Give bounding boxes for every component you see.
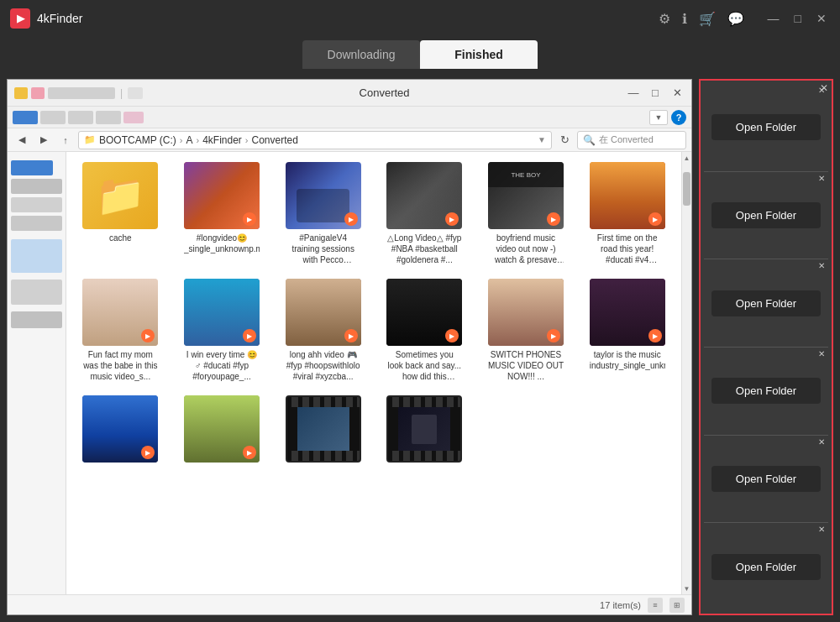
explorer-titlebar-left: | [14,87,143,99]
play-badge-10: ▶ [547,329,560,342]
panel-row-close-6[interactable]: ✕ [818,525,825,534]
maximize-button[interactable]: □ [791,10,805,27]
panel-row-3: ✕ Open Folder [704,259,828,348]
file-item-3[interactable]: ▶ △Long Video△ #fyp #NBA #basketball #go… [377,159,472,269]
file-item-5[interactable]: ▶ First time on the road this year! #duc… [580,159,675,269]
file-grid-container[interactable]: 📁 cache ▶ #longvideo😊_single_unknownp.mp… [66,152,681,594]
explorer-scrollbar[interactable]: ▲ ▼ [681,152,691,594]
scrollbar-up[interactable]: ▲ [682,152,691,164]
panel-row-close-3[interactable]: ✕ [818,261,825,270]
file-thumb-6: ▶ [82,279,158,346]
file-thumb-3: ▶ [386,162,462,229]
toolbar-icon-3 [128,87,143,99]
forward-button[interactable]: ▶ [34,131,53,149]
toolbar-icon-1 [14,87,28,99]
file-thumb-cache: 📁 [82,162,158,229]
addr-sep-3: › [245,135,249,145]
open-folder-button-4[interactable]: Open Folder [711,378,821,404]
help-button[interactable]: ? [671,110,686,125]
quick-access-3 [68,111,93,124]
chat-icon[interactable]: 💬 [727,11,744,27]
explorer-title: Converted [143,86,626,99]
scrollbar-track [682,164,691,583]
address-bar[interactable]: 📁 BOOTCAMP (C:) › A › 4kFinder › Convert… [78,131,552,149]
addr-a: A [186,134,192,146]
addr-folder-icon: 📁 [84,134,96,145]
scrollbar-down[interactable]: ▼ [682,583,691,594]
file-thumb-7: ▶ [184,279,260,346]
minimize-button[interactable]: — [764,10,783,27]
file-item-7[interactable]: ▶ I win every time 😊♂ #ducati #fyp #fory… [175,275,270,385]
addr-sep-2: › [196,135,199,145]
addr-dropdown-icon[interactable]: ▼ [538,135,546,144]
file-item-6[interactable]: ▶ Fun fact my mom was the babe in this m… [73,275,168,385]
file-thumb-15 [386,395,462,463]
file-thumb-9: ▶ [386,279,462,346]
dropdown-arrow-button[interactable]: ▼ [649,110,668,125]
sidebar-block-7 [11,311,62,328]
close-button[interactable]: ✕ [813,10,830,27]
cart-icon[interactable]: 🛒 [699,11,716,27]
panel-row-close-2[interactable]: ✕ [818,174,825,183]
tab-finished[interactable]: Finished [420,40,538,69]
quick-access-4 [96,111,121,124]
explorer-close[interactable]: ✕ [669,86,685,99]
explorer-maximize[interactable]: □ [648,86,663,99]
file-item-8[interactable]: ▶ long ahh video 🎮 #fyp #hoopswithlolo #… [276,275,370,385]
file-item-10[interactable]: ▶ SWITCH PHONES MUSIC VIDEO OUT NOW!!! .… [479,275,574,385]
file-thumb-13: ▶ [184,395,260,463]
file-item-2[interactable]: ▶ #PanigaleV4 training sessions with Pec… [276,159,370,269]
file-item-11[interactable]: ▶ taylor is the music industry_single_un… [580,275,675,385]
addr-converted: Converted [252,134,298,146]
open-folder-button-1[interactable]: Open Folder [711,114,821,140]
file-item-cache[interactable]: 📁 cache [73,159,168,269]
explorer-toolbar: ◀ ▶ ↑ 📁 BOOTCAMP (C:) › A › 4kFinder › C… [8,128,691,152]
info-icon[interactable]: ℹ [682,11,687,27]
folder-icon: 📁 [95,175,145,216]
panel-row-2: ✕ Open Folder [704,172,828,260]
addr-sep-1: › [180,135,183,145]
panel-row-close-1[interactable]: ✕ [818,86,825,95]
explorer-minimize[interactable]: — [626,86,641,99]
panel-row-close-5[interactable]: ✕ [818,437,825,447]
file-name-2: #PanigaleV4 training sessions with Pecco… [286,233,361,265]
play-badge-4: ▶ [547,212,560,226]
explorer-titlebar: | Converted — □ ✕ [8,80,691,107]
panel-row-close-4[interactable]: ✕ [818,349,825,358]
scrollbar-thumb[interactable] [683,172,690,206]
toolbar-icon-2 [31,87,45,99]
settings-icon[interactable]: ⚙ [659,11,670,27]
sidebar-block-1 [11,160,53,175]
search-bar[interactable]: 🔍 在 Converted [577,131,686,149]
open-folder-button-2[interactable]: Open Folder [711,202,821,228]
sidebar-block-4 [11,216,62,231]
play-badge-2: ▶ [344,212,358,226]
file-item-1[interactable]: ▶ #longvideo😊_single_unknownp.mp4 [175,159,270,269]
view-list-icon[interactable]: ≡ [648,598,663,613]
open-folder-button-5[interactable]: Open Folder [711,466,821,492]
refresh-button[interactable]: ↻ [555,131,574,149]
file-item-9[interactable]: ▶ Sometimes you look back and say... how… [377,275,472,385]
tab-downloading[interactable]: Downloading [302,40,420,69]
file-thumb-11: ▶ [590,279,665,346]
file-item-14[interactable] [276,392,370,469]
search-icon: 🔍 [583,134,596,146]
back-button[interactable]: ◀ [13,131,31,149]
file-item-12[interactable]: ▶ [73,392,168,469]
explorer-dropdown-bar: ▼ ? [8,107,691,128]
view-grid-icon[interactable]: ⊞ [669,598,685,613]
file-grid: 📁 cache ▶ #longvideo😊_single_unknownp.mp… [73,159,675,469]
sidebar-block-3 [11,197,62,212]
up-button[interactable]: ↑ [56,131,75,149]
open-folder-button-6[interactable]: Open Folder [711,554,821,580]
play-badge-5: ▶ [648,212,662,226]
panel-row-4: ✕ Open Folder [704,348,828,436]
sidebar-block-5 [11,239,62,273]
file-item-15[interactable] [377,392,472,469]
file-thumb-12: ▶ [82,395,158,463]
file-item-4[interactable]: THE BOY ▶ boyfriend music video out now … [479,159,574,269]
file-item-13[interactable]: ▶ [175,392,270,469]
open-folder-button-3[interactable]: Open Folder [711,290,821,316]
file-name-1: #longvideo😊_single_unknownp.mp4 [184,233,260,254]
quick-access-2 [40,111,66,124]
